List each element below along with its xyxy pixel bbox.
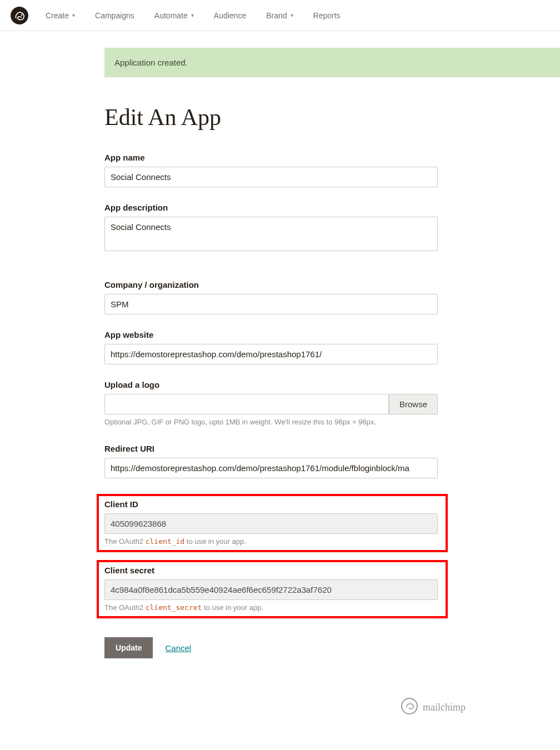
field-client-secret: Client secret The OAuth2 client_secret t… [104,566,438,612]
main-content: Application created. Edit An App App nam… [0,31,560,739]
footer-brand-name: mailchimp [423,702,466,713]
label-client-secret: Client secret [104,566,438,575]
footer: mailchimp [104,697,560,717]
hint-client-id-pre: The OAuth2 [104,537,146,546]
input-upload-logo[interactable] [104,394,389,414]
highlight-client-id: Client ID The OAuth2 client_id to use in… [97,494,448,552]
hint-client-id-post: to use in your app. [184,537,246,546]
input-client-secret[interactable] [104,579,438,600]
field-company: Company / organization [104,280,438,314]
label-redirect-uri: Redirect URI [104,444,438,453]
nav-create[interactable]: Create ▾ [46,11,75,20]
hint-client-secret: The OAuth2 client_secret to use in your … [104,603,438,612]
top-bar: Create ▾ Campaigns Automate ▾ Audience B… [0,0,560,31]
hint-client-secret-pre: The OAuth2 [104,603,146,612]
label-app-name: App name [104,153,438,162]
textarea-app-description[interactable]: Social Connects [104,217,438,251]
main-nav: Create ▾ Campaigns Automate ▾ Audience B… [46,11,341,20]
field-redirect-uri: Redirect URI [104,444,438,478]
nav-audience[interactable]: Audience [214,11,246,20]
success-banner: Application created. [104,48,560,77]
nav-brand-label: Brand [266,11,287,20]
field-app-name: App name [104,153,438,187]
label-company: Company / organization [104,280,438,289]
svg-point-0 [11,7,28,24]
nav-automate-label: Automate [154,11,188,20]
chevron-down-icon: ▾ [191,12,194,18]
input-app-name[interactable] [104,167,438,187]
nav-reports[interactable]: Reports [313,11,341,20]
svg-point-1 [21,14,23,16]
input-company[interactable] [104,294,438,314]
label-website: App website [104,330,438,339]
nav-reports-label: Reports [313,11,341,20]
nav-create-label: Create [46,11,69,20]
hint-client-secret-post: to use in your app. [202,603,263,612]
label-upload-logo: Upload a logo [104,380,438,389]
cancel-link[interactable]: Cancel [165,643,191,653]
label-client-id: Client ID [104,499,438,509]
hint-client-id-code: client_id [146,537,184,546]
label-app-description: App description [104,203,438,212]
mailchimp-footer-logo-icon [401,697,418,717]
chevron-down-icon: ▾ [291,12,293,18]
input-client-id[interactable] [104,513,438,534]
chevron-down-icon: ▾ [72,12,75,18]
field-client-id: Client ID The OAuth2 client_id to use in… [104,499,438,546]
nav-brand[interactable]: Brand ▾ [266,11,293,20]
update-button[interactable]: Update [104,637,153,658]
input-redirect-uri[interactable] [104,458,438,478]
field-app-description: App description Social Connects [104,203,438,253]
highlight-client-secret: Client secret The OAuth2 client_secret t… [97,560,448,618]
page-title: Edit An App [104,104,560,131]
nav-automate[interactable]: Automate ▾ [154,11,194,20]
browse-button[interactable]: Browse [389,394,438,414]
hint-upload-logo: Optional JPG, GIF or PNG logo, upto 1MB … [104,418,438,426]
field-website: App website [104,330,438,364]
field-upload-logo: Upload a logo Browse Optional JPG, GIF o… [104,380,438,426]
input-website[interactable] [104,344,438,364]
nav-audience-label: Audience [214,11,246,20]
mailchimp-logo-icon[interactable] [10,6,29,25]
hint-client-id: The OAuth2 client_id to use in your app. [104,537,438,546]
nav-campaigns[interactable]: Campaigns [95,11,134,20]
banner-message: Application created. [114,58,188,67]
svg-point-2 [402,698,417,714]
nav-campaigns-label: Campaigns [95,11,134,20]
form-actions: Update Cancel [104,637,560,658]
hint-client-secret-code: client_secret [146,603,202,612]
